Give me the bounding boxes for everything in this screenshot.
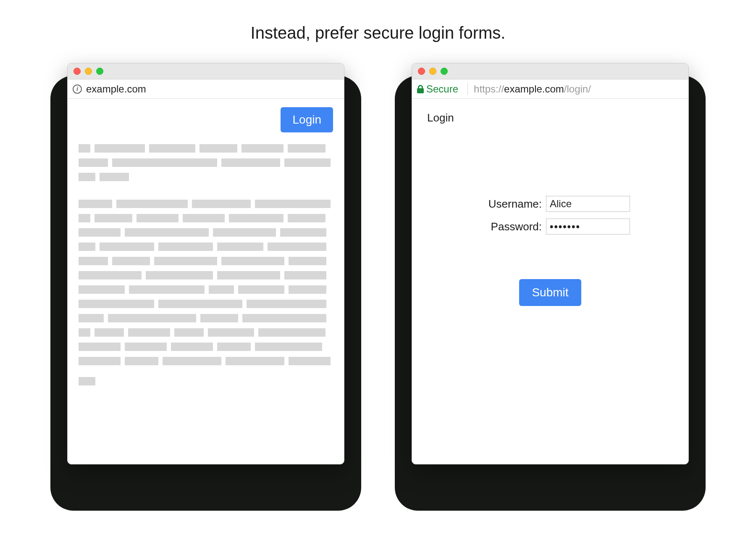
url-path: /login/ xyxy=(564,83,591,95)
page-content: Login Username: Alice Password: ••••••• … xyxy=(412,99,688,314)
page-content: Login xyxy=(68,99,344,400)
username-label: Username: xyxy=(470,198,542,211)
password-row: Password: ••••••• xyxy=(470,219,630,235)
username-row: Username: Alice xyxy=(470,196,630,212)
address-bar[interactable]: Secure https://example.com/login/ xyxy=(412,79,688,99)
window-secure: Secure https://example.com/login/ Login … xyxy=(412,63,689,464)
window-insecure: example.com Login xyxy=(67,63,344,464)
page-heading: Login xyxy=(427,111,677,124)
url-text: example.com xyxy=(86,83,146,95)
login-form: Username: Alice Password: ••••••• Submit xyxy=(423,196,677,306)
minimize-icon[interactable] xyxy=(85,68,92,75)
login-button[interactable]: Login xyxy=(281,107,333,132)
zoom-icon[interactable] xyxy=(441,68,448,75)
url-scheme: https:// xyxy=(474,83,504,95)
info-icon xyxy=(73,84,82,94)
address-bar[interactable]: example.com xyxy=(68,79,344,99)
titlebar xyxy=(68,63,344,79)
addressbar-divider xyxy=(467,83,468,95)
lock-icon xyxy=(417,85,424,93)
close-icon[interactable] xyxy=(418,68,425,75)
submit-button[interactable]: Submit xyxy=(519,279,581,306)
secure-label: Secure xyxy=(426,83,458,95)
minimize-icon[interactable] xyxy=(429,68,436,75)
titlebar xyxy=(412,63,688,79)
close-icon[interactable] xyxy=(74,68,81,75)
diagram-caption: Instead, prefer secure login forms. xyxy=(0,24,756,42)
username-input[interactable]: Alice xyxy=(546,196,630,212)
skeleton-text xyxy=(79,144,333,385)
password-label: Password: xyxy=(470,220,542,233)
password-input[interactable]: ••••••• xyxy=(546,219,630,235)
url-host: example.com xyxy=(504,83,564,95)
zoom-icon[interactable] xyxy=(96,68,103,75)
